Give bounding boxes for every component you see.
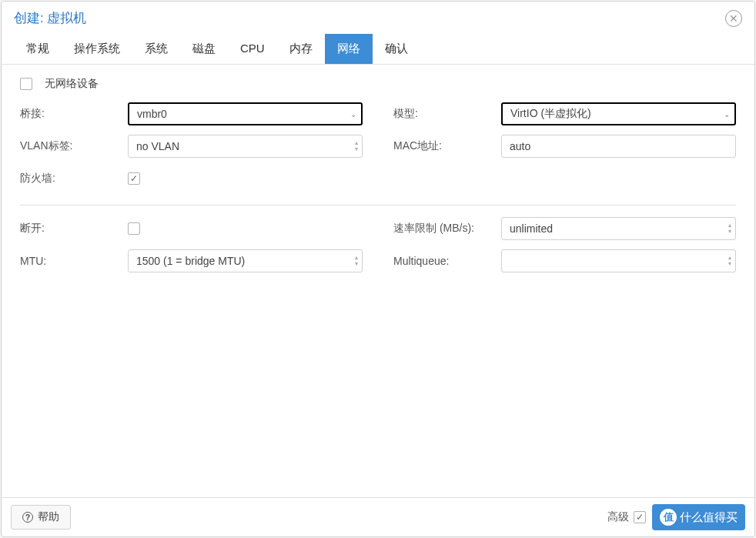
advanced-checkbox[interactable] xyxy=(634,511,646,523)
right-column: 模型: VirtIO (半虚拟化) ⌄ MAC地址: auto xyxy=(393,102,736,199)
footer-right: 高级 值 什么值得买 xyxy=(607,504,745,530)
advanced-label: 高级 xyxy=(607,510,629,524)
model-label: 模型: xyxy=(393,107,501,121)
close-button[interactable]: ✕ xyxy=(725,10,742,27)
tab-memory[interactable]: 内存 xyxy=(277,34,325,64)
multiqueue-field: Multiqueue: ▴▾ xyxy=(393,249,736,273)
no-network-row: 无网络设备 xyxy=(20,77,736,91)
bridge-field: 桥接: vmbr0 ⌄ xyxy=(20,102,363,126)
advanced-toggle[interactable]: 高级 xyxy=(607,510,646,524)
bridge-input[interactable]: vmbr0 xyxy=(128,102,363,125)
dialog-title: 创建: 虚拟机 xyxy=(14,9,86,27)
vlan-input[interactable]: no VLAN xyxy=(128,135,363,158)
rate-label: 速率限制 (MB/s): xyxy=(393,222,501,236)
model-input[interactable]: VirtIO (半虚拟化) xyxy=(501,102,736,125)
tab-system[interactable]: 系统 xyxy=(132,34,180,64)
tab-disk[interactable]: 磁盘 xyxy=(180,34,228,64)
bridge-label: 桥接: xyxy=(20,107,128,121)
model-field: 模型: VirtIO (半虚拟化) ⌄ xyxy=(393,102,736,126)
help-icon: ? xyxy=(22,512,33,523)
tab-cpu[interactable]: CPU xyxy=(228,34,277,64)
model-input-wrap[interactable]: VirtIO (半虚拟化) ⌄ xyxy=(501,102,736,125)
no-network-label: 无网络设备 xyxy=(45,77,99,91)
multiqueue-label: Multiqueue: xyxy=(393,255,501,267)
form-columns: 桥接: vmbr0 ⌄ VLAN标签: no VLAN ▴▾ 防火墙: xyxy=(20,102,736,199)
wizard-tabs: 常规 操作系统 系统 磁盘 CPU 内存 网络 确认 xyxy=(2,34,754,65)
help-button[interactable]: ? 帮助 xyxy=(11,505,71,530)
rate-input-wrap[interactable]: unlimited ▴▾ xyxy=(501,217,736,240)
vlan-field: VLAN标签: no VLAN ▴▾ xyxy=(20,134,363,159)
firewall-field: 防火墙: xyxy=(20,166,363,191)
tab-confirm[interactable]: 确认 xyxy=(373,34,420,64)
mtu-input[interactable]: 1500 (1 = bridge MTU) xyxy=(128,249,363,272)
mac-label: MAC地址: xyxy=(393,139,501,153)
mtu-field: MTU: 1500 (1 = bridge MTU) ▴▾ xyxy=(20,249,363,273)
section-divider xyxy=(20,205,736,206)
disconnect-label: 断开: xyxy=(20,222,128,236)
mac-input-wrap[interactable]: auto xyxy=(501,135,736,158)
bridge-input-wrap[interactable]: vmbr0 ⌄ xyxy=(128,102,363,125)
disconnect-checkbox[interactable] xyxy=(128,222,140,235)
advanced-columns: 断开: MTU: 1500 (1 = bridge MTU) ▴▾ 速率限制 (… xyxy=(20,216,736,281)
rate-input[interactable]: unlimited xyxy=(501,217,736,240)
mtu-label: MTU: xyxy=(20,255,128,267)
watermark-badge: 值 xyxy=(660,509,677,526)
tab-general[interactable]: 常规 xyxy=(14,34,62,64)
tab-os[interactable]: 操作系统 xyxy=(62,34,132,64)
watermark: 值 什么值得买 xyxy=(652,504,745,530)
help-label: 帮助 xyxy=(38,510,59,524)
mtu-input-wrap[interactable]: 1500 (1 = bridge MTU) ▴▾ xyxy=(128,249,363,272)
firewall-checkbox[interactable] xyxy=(128,172,140,185)
firewall-label: 防火墙: xyxy=(20,172,128,185)
mac-input[interactable]: auto xyxy=(501,135,736,158)
left-column: 桥接: vmbr0 ⌄ VLAN标签: no VLAN ▴▾ 防火墙: xyxy=(20,102,363,199)
dialog-footer: ? 帮助 高级 值 什么值得买 xyxy=(2,497,754,536)
rate-field: 速率限制 (MB/s): unlimited ▴▾ xyxy=(393,216,736,241)
right-adv-column: 速率限制 (MB/s): unlimited ▴▾ Multiqueue: ▴▾ xyxy=(393,216,736,281)
tab-content: 无网络设备 桥接: vmbr0 ⌄ VLAN标签: no VLAN ▴▾ xyxy=(2,65,754,497)
mac-field: MAC地址: auto xyxy=(393,134,736,159)
watermark-text: 什么值得买 xyxy=(680,510,738,525)
no-network-checkbox[interactable] xyxy=(20,78,32,90)
multiqueue-input-wrap[interactable]: ▴▾ xyxy=(501,249,736,272)
tab-network[interactable]: 网络 xyxy=(325,34,373,64)
close-icon: ✕ xyxy=(729,12,738,25)
disconnect-field: 断开: xyxy=(20,216,363,241)
titlebar: 创建: 虚拟机 ✕ xyxy=(2,2,754,34)
multiqueue-input[interactable] xyxy=(501,249,736,272)
left-adv-column: 断开: MTU: 1500 (1 = bridge MTU) ▴▾ xyxy=(20,216,363,281)
vlan-label: VLAN标签: xyxy=(20,139,128,153)
vlan-input-wrap[interactable]: no VLAN ▴▾ xyxy=(128,135,363,158)
create-vm-dialog: 创建: 虚拟机 ✕ 常规 操作系统 系统 磁盘 CPU 内存 网络 确认 无网络… xyxy=(1,1,755,537)
